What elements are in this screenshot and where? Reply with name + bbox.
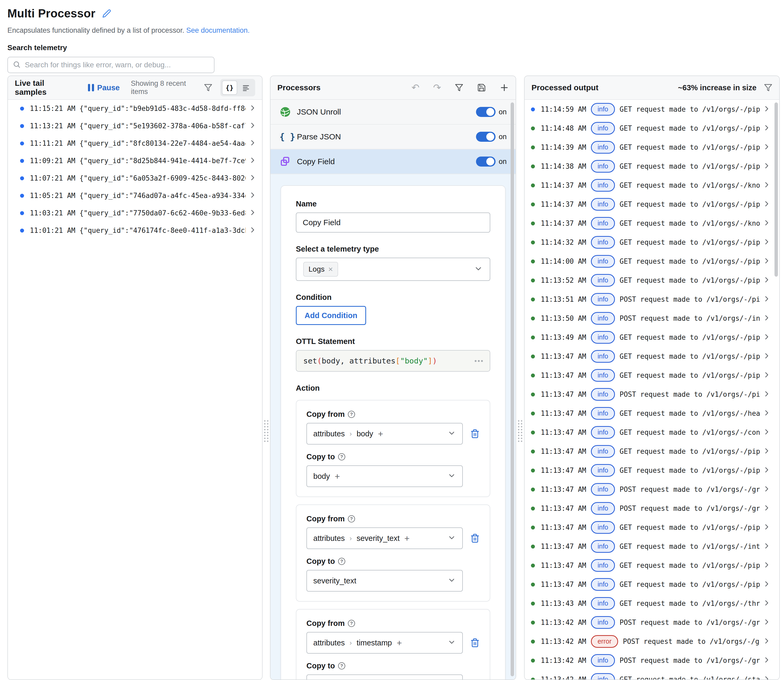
processed-output-filter-button[interactable] [764, 83, 772, 92]
live-tail-row[interactable]: 11:13:21 AM {"query_id":"5e193602-378a-4… [8, 117, 262, 135]
processed-output-row[interactable]: 11:14:39 AMinfoGET request made to /v1/o… [525, 138, 779, 157]
processed-output-row[interactable]: 11:13:47 AMinfoGET request made to /v1/o… [525, 461, 779, 480]
processor-row-json-unroll[interactable]: JSON Unrollon [270, 100, 516, 124]
processed-output-row[interactable]: 11:13:47 AMinfoPOST request made to /v1/… [525, 480, 779, 499]
edit-title-icon[interactable] [102, 9, 111, 18]
save-processors-button[interactable] [477, 83, 486, 92]
json-view-button[interactable]: {} [222, 80, 237, 95]
processed-output-row[interactable]: 11:13:47 AMinfoPOST request made to /v1/… [525, 385, 779, 404]
processed-output-row[interactable]: 11:14:37 AMinfoGET request made to /v1/o… [525, 176, 779, 195]
copy-from-label: Copy from? [306, 619, 480, 628]
processed-output-row[interactable]: 11:14:59 AMinfoGET request made to /v1/o… [525, 100, 779, 119]
processed-output-row[interactable]: 11:13:47 AMinfoGET request made to /v1/o… [525, 556, 779, 575]
processed-output-row[interactable]: 11:13:43 AMinfoGET request made to /v1/o… [525, 594, 779, 613]
live-tail-row[interactable]: 11:09:21 AM {"query_id":"8d25b844-941e-4… [8, 152, 262, 170]
processor-row-parse-json[interactable]: { }Parse JSONon [270, 124, 516, 150]
copy-to-select[interactable]: timestamp [306, 674, 463, 680]
see-documentation-link[interactable]: See documentation. [186, 27, 249, 34]
copy-from-select[interactable]: attributes›severity_text+ [306, 527, 463, 549]
copy-from-select[interactable]: attributes›timestamp+ [306, 632, 463, 653]
copy-to-select[interactable]: severity_text [306, 570, 463, 592]
list-view-button[interactable] [238, 80, 254, 95]
copy-from-label: Copy from? [306, 515, 480, 523]
live-tail-row[interactable]: 11:01:21 AM {"query_id":"476174fc-8ee0-4… [8, 222, 262, 239]
plus-icon [500, 83, 509, 92]
pause-button[interactable]: Pause [88, 83, 120, 92]
processed-output-row[interactable]: 11:13:47 AMinfoPOST request made to /v1/… [525, 499, 779, 518]
panel-resize-handle-right[interactable] [516, 76, 524, 680]
live-tail-row[interactable]: 11:07:21 AM {"query_id":"6a053a2f-6909-4… [8, 170, 262, 187]
log-message: GET request made to /v1/orgs/-/pipeli… [620, 353, 760, 360]
log-dot [531, 392, 535, 397]
chevron-right-icon [760, 390, 770, 398]
processor-toggle[interactable] [476, 132, 495, 142]
log-dot [531, 412, 535, 416]
processed-output-row[interactable]: 11:14:00 AMinfoGET request made to /v1/o… [525, 252, 779, 271]
processed-output-row[interactable]: 11:13:47 AMinfoGET request made to /v1/o… [525, 347, 779, 366]
processed-output-row[interactable]: 11:13:42 AMinfoGET request made to /v1/o… [525, 670, 779, 680]
processed-output-row[interactable]: 11:13:47 AMinfoGET request made to /v1/o… [525, 423, 779, 442]
processed-output-row[interactable]: 11:13:42 AMinfoPOST request made to /v1/… [525, 651, 779, 670]
add-segment-icon[interactable]: + [404, 533, 410, 543]
processed-output-row[interactable]: 11:13:47 AMinfoGET request made to /v1/o… [525, 518, 779, 537]
trash-icon [470, 638, 480, 647]
ottl-statement-box[interactable]: set(body, attributes["body"]) [296, 350, 490, 371]
log-message: GET request made to /v1/orgs/-/knowle… [620, 219, 760, 227]
log-dot [531, 241, 535, 244]
live-tail-row[interactable]: 11:15:21 AM {"query_id":"b9eb91d5-483c-4… [8, 100, 262, 117]
processed-output-row[interactable]: 11:14:38 AMinfoGET request made to /v1/o… [525, 157, 779, 176]
processed-output-row[interactable]: 11:13:52 AMinfoGET request made to /v1/o… [525, 271, 779, 290]
processors-scrollbar[interactable] [511, 102, 514, 676]
copy-from-select[interactable]: attributes›body+ [306, 423, 463, 444]
log-time: 11:13:49 AM [541, 334, 586, 341]
delete-action-button[interactable] [470, 429, 480, 438]
processed-output-row[interactable]: 11:14:48 AMinfoGET request made to /v1/o… [525, 119, 779, 138]
log-dot [531, 126, 535, 131]
redo-button[interactable]: ↷ [433, 83, 441, 92]
add-condition-button[interactable]: Add Condition [296, 306, 366, 325]
delete-action-button[interactable] [470, 638, 480, 647]
log-time: 11:14:37 AM [541, 200, 586, 208]
processed-output-row[interactable]: 11:13:51 AMinfoPOST request made to /v1/… [525, 290, 779, 309]
help-icon: ? [338, 662, 345, 669]
add-segment-icon[interactable]: + [335, 471, 340, 482]
log-time: 11:14:37 AM [541, 181, 586, 189]
undo-button[interactable]: ↶ [412, 83, 420, 92]
log-message: GET request made to /v1/orgs/-/pipeli… [620, 276, 760, 284]
add-segment-icon[interactable]: + [378, 429, 383, 439]
search-input[interactable] [24, 60, 209, 69]
live-tail-filter-button[interactable] [204, 83, 212, 92]
processed-output-row[interactable]: 11:14:37 AMinfoGET request made to /v1/o… [525, 195, 779, 214]
add-segment-icon[interactable]: + [397, 638, 402, 648]
processed-output-row[interactable]: 11:13:50 AMinfoPOST request made to /v1/… [525, 309, 779, 328]
processed-output-header: Processed output ~63% increase in size [525, 76, 779, 100]
processed-output-row[interactable]: 11:13:49 AMinfoGET request made to /v1/o… [525, 328, 779, 347]
processed-output-row[interactable]: 11:13:47 AMinfoGET request made to /v1/o… [525, 537, 779, 556]
panel-resize-handle-left[interactable] [263, 76, 270, 680]
live-tail-row[interactable]: 11:11:21 AM {"query_id":"8fc80134-22e7-4… [8, 135, 262, 152]
processors-filter-button[interactable] [455, 83, 463, 92]
name-input[interactable] [296, 212, 490, 233]
processed-output-row[interactable]: 11:13:47 AMinfoGET request made to /v1/o… [525, 575, 779, 594]
live-tail-row[interactable]: 11:05:21 AM {"query_id":"746ad07a-a4fc-4… [8, 187, 262, 204]
processor-toggle[interactable] [476, 107, 495, 117]
processed-output-row[interactable]: 11:13:47 AMinfoGET request made to /v1/o… [525, 404, 779, 423]
copy-to-select[interactable]: body+ [306, 465, 463, 487]
processed-output-row[interactable]: 11:13:47 AMinfoGET request made to /v1/o… [525, 366, 779, 385]
processed-output-row[interactable]: 11:13:42 AMerrorPOST request made to /v1… [525, 632, 779, 651]
processor-toggle[interactable] [476, 157, 495, 167]
add-processor-button[interactable] [500, 83, 509, 92]
processed-output-row[interactable]: 11:14:32 AMinfoGET request made to /v1/o… [525, 233, 779, 252]
delete-action-button[interactable] [470, 534, 480, 543]
telemetry-type-select[interactable]: Logs × [296, 258, 490, 281]
live-tail-row[interactable]: 11:03:21 AM {"query_id":"7750da07-6c62-4… [8, 204, 262, 222]
processed-output-row[interactable]: 11:14:37 AMinfoGET request made to /v1/o… [525, 214, 779, 233]
processed-output-scrollbar[interactable] [775, 102, 778, 277]
ellipsis-menu-icon[interactable] [475, 360, 483, 362]
processed-output-row[interactable]: 11:13:47 AMinfoGET request made to /v1/o… [525, 442, 779, 461]
processor-row-copy-field[interactable]: Copy Fieldon [270, 150, 516, 174]
search-box[interactable] [7, 57, 215, 73]
severity-badge: info [591, 217, 615, 230]
remove-chip-icon[interactable]: × [328, 265, 333, 273]
processed-output-row[interactable]: 11:13:42 AMinfoPOST request made to /v1/… [525, 613, 779, 632]
